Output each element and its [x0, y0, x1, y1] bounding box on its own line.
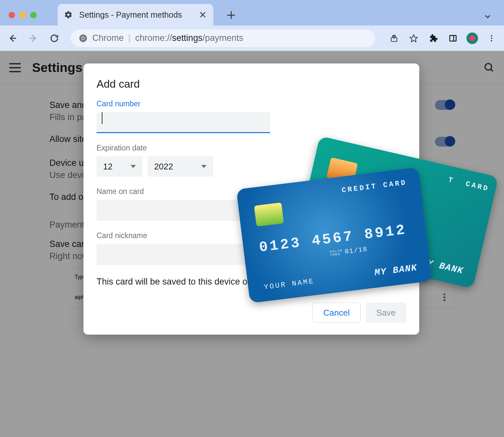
address-input[interactable]: Chrome | chrome://settings/payments [71, 29, 375, 47]
card-number-label: Card number [97, 99, 406, 108]
svg-point-10 [491, 37, 492, 39]
sidepanel-icon[interactable] [446, 32, 459, 45]
card-nickname-input[interactable] [97, 244, 270, 265]
save-button[interactable]: Save [366, 303, 406, 323]
card-nickname-label: Card nickname [97, 231, 406, 240]
svg-point-11 [491, 40, 492, 41]
profile-avatar[interactable] [466, 32, 478, 44]
close-tab-icon[interactable] [198, 10, 207, 19]
svg-marker-6 [410, 35, 417, 42]
share-icon[interactable] [387, 32, 401, 45]
window-zoom-icon[interactable] [30, 12, 37, 18]
gear-icon [64, 10, 73, 19]
browser-tab[interactable]: Settings - Payment methods [58, 4, 213, 26]
expiration-month-select[interactable]: 12 [97, 156, 142, 177]
expiration-year-select[interactable]: 2022 [148, 156, 213, 177]
svg-point-9 [491, 35, 492, 36]
tab-title: Settings - Payment methods [79, 10, 198, 20]
extensions-icon[interactable] [427, 32, 440, 45]
new-tab-button[interactable] [225, 9, 237, 21]
dialog-title: Add card [97, 78, 406, 90]
add-card-dialog: Add card Card number Expiration date 12 … [83, 63, 419, 335]
address-text: Chrome | chrome://settings/payments [92, 33, 243, 43]
name-on-card-label: Name on card [97, 187, 406, 196]
traffic-lights [9, 12, 37, 18]
svg-point-4 [82, 37, 84, 39]
name-on-card-input[interactable] [97, 200, 270, 221]
modal-overlay[interactable]: Add card Card number Expiration date 12 … [0, 51, 504, 437]
forward-button[interactable] [27, 32, 40, 45]
cancel-button[interactable]: Cancel [313, 303, 361, 323]
bookmark-star-icon[interactable] [407, 32, 420, 45]
tabs-dropdown-icon[interactable] [484, 12, 492, 20]
expiration-row: 12 2022 [97, 156, 406, 177]
window-close-icon[interactable] [9, 12, 15, 18]
window-title-bar: Settings - Payment methods [0, 0, 504, 26]
dialog-info-text: This card will be saved to this device o… [97, 277, 406, 287]
card-number-input[interactable] [97, 112, 270, 133]
back-button[interactable] [6, 32, 19, 45]
address-bar: Chrome | chrome://settings/payments [0, 26, 504, 51]
expiration-label: Expiration date [97, 144, 406, 152]
kebab-menu-icon[interactable] [485, 32, 498, 45]
svg-rect-7 [450, 35, 456, 41]
window-minimize-icon[interactable] [19, 12, 26, 18]
reload-button[interactable] [48, 32, 61, 45]
chrome-icon [79, 34, 88, 43]
